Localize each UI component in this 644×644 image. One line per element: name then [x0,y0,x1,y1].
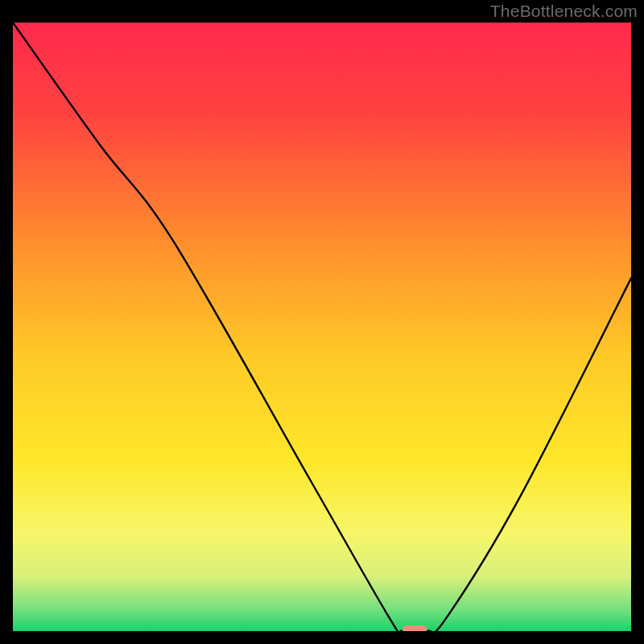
watermark-text: TheBottleneck.com [490,2,638,21]
gradient-rect [13,23,631,631]
chart-svg [13,23,631,631]
optimal-marker [402,625,427,631]
plot-area [13,23,631,631]
chart-frame: TheBottleneck.com [0,0,644,644]
